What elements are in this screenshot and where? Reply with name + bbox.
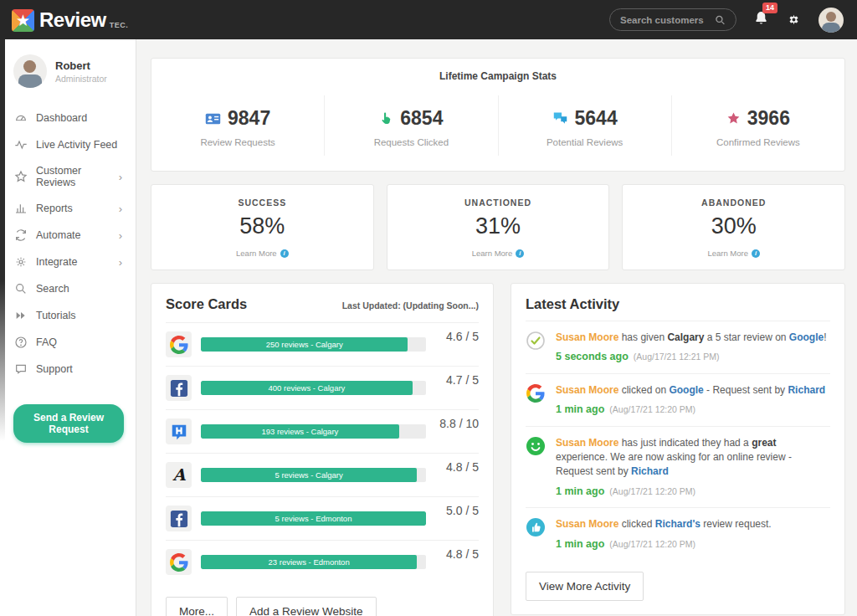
sidebar-item-integrate[interactable]: Integrate› <box>0 249 136 275</box>
activity-segment-link[interactable]: Richard's <box>655 518 700 530</box>
stat-value: 5644 <box>552 107 618 130</box>
app-logo[interactable]: ★ Review TEC. <box>12 8 128 33</box>
latest-activity-title: Latest Activity <box>526 296 619 312</box>
sidebar-menu: DashboardLive Activity FeedCustomer Revi… <box>0 101 136 386</box>
sidebar-item-label: Automate <box>36 229 81 241</box>
user-avatar[interactable] <box>819 8 844 33</box>
sidebar-item-customer-reviews[interactable]: Customer Reviews› <box>0 158 136 195</box>
sidebar-item-label: Live Activity Feed <box>36 139 117 151</box>
sidebar-item-label: FAQ <box>36 336 57 348</box>
sidebar-item-label: Tutorials <box>36 310 75 321</box>
kpi-label: UNACTIONED <box>396 198 601 208</box>
sidebar-item-label: Support <box>36 363 73 375</box>
stat-label: Confirmed Reviews <box>672 137 844 147</box>
kpi-card-unactioned: UNACTIONED31%Learn Morei <box>387 184 610 270</box>
activity-item: Susan Moore has given Calgary a 5 star r… <box>526 321 830 373</box>
settings-button[interactable] <box>786 12 802 28</box>
sidebar-item-tutorials[interactable]: Tutorials <box>0 302 136 329</box>
google-icon[interactable] <box>166 331 192 357</box>
sidebar-item-live-activity-feed[interactable]: Live Activity Feed <box>0 131 136 158</box>
activity-segment-link[interactable]: Google <box>789 331 824 343</box>
learn-more-link[interactable]: Learn Morei <box>472 249 525 258</box>
score-value: 4.8 / 5 <box>435 460 479 474</box>
bar-chart-icon <box>14 202 28 215</box>
activity-timestamp: (Aug/17/21 12:21 PM) <box>634 352 720 362</box>
stat-value: 6854 <box>379 107 443 130</box>
stat-label: Review Requests <box>151 137 324 147</box>
main-content: Lifetime Campaign Stats 9847Review Reque… <box>136 39 857 616</box>
activity-segment: ! <box>824 331 826 343</box>
kpi-value: 31% <box>396 213 601 239</box>
avatar-body <box>822 23 840 33</box>
brand-name: Review <box>39 8 106 33</box>
sidebar: Robert Administrator DashboardLive Activ… <box>0 39 136 616</box>
view-more-activity-button[interactable]: View More Activity <box>526 572 644 601</box>
kpi-card-success: SUCCESS58%Learn Morei <box>151 184 374 270</box>
click-circle-icon <box>526 517 546 537</box>
question-icon <box>14 336 28 349</box>
learn-more-link[interactable]: Learn Morei <box>707 249 760 258</box>
learn-more-link[interactable]: Learn Morei <box>236 249 289 258</box>
score-row: 400 reviews - Calgary4.7 / 5 <box>166 366 479 409</box>
activity-text: Susan Moore has just indicated they had … <box>556 436 830 500</box>
facebook-icon[interactable] <box>166 375 192 401</box>
homestars-icon[interactable] <box>166 418 192 444</box>
sidebar-item-automate[interactable]: Automate› <box>0 222 136 249</box>
activity-segment: a 5 star review on <box>704 331 788 343</box>
stat-value: 9847 <box>205 107 270 130</box>
score-cards-title: Score Cards <box>166 296 247 312</box>
score-row: 250 reviews - Calgary4.6 / 5 <box>166 322 479 366</box>
score-bar-track: 250 reviews - Calgary <box>201 337 426 352</box>
notification-badge: 14 <box>762 3 777 13</box>
sidebar-item-support[interactable]: Support <box>0 356 136 382</box>
score-bar-track: 193 reviews - Calgary <box>201 424 426 439</box>
search-input[interactable] <box>620 15 708 25</box>
stat-label: Requests Clicked <box>325 137 497 147</box>
sidebar-avatar <box>13 54 47 88</box>
more-button[interactable]: More... <box>166 597 228 616</box>
sidebar-user-card[interactable]: Robert Administrator <box>0 53 136 101</box>
kpi-value: 58% <box>160 213 365 239</box>
activity-segment: - Request sent by <box>704 384 788 396</box>
send-review-request-button[interactable]: Send a Review Request <box>13 404 124 443</box>
svg-text:A: A <box>172 466 186 485</box>
chevron-right-icon: › <box>119 229 126 242</box>
activity-segment-link[interactable]: Google <box>669 384 703 396</box>
sidebar-item-label: Search <box>36 283 69 295</box>
facebook-icon[interactable] <box>166 506 192 531</box>
logo-star-icon: ★ <box>12 9 34 32</box>
customer-search[interactable] <box>609 8 736 31</box>
brand-suffix: TEC. <box>110 21 129 29</box>
score-bar-track: 23 reviews - Edmonton <box>201 555 426 569</box>
site-a-icon[interactable]: A <box>166 462 192 488</box>
contact-card-icon <box>205 112 221 126</box>
sidebar-item-label: Dashboard <box>36 112 87 124</box>
activity-time-ago: 1 min ago <box>556 485 604 497</box>
activity-segment: has given <box>618 331 667 343</box>
stat-potential-reviews: 5644Potential Reviews <box>498 95 671 156</box>
activity-segment-link[interactable]: Richard <box>631 465 669 477</box>
notifications-button[interactable]: 14 <box>753 10 769 30</box>
sidebar-item-search[interactable]: Search <box>0 275 136 302</box>
score-bar: 250 reviews - Calgary <box>201 337 408 352</box>
top-bar: ★ Review TEC. 14 <box>0 0 857 39</box>
google-icon[interactable] <box>166 549 192 575</box>
chevron-right-icon: › <box>119 203 126 215</box>
score-row: 5 reviews - Edmonton5.0 / 5 <box>166 496 479 540</box>
sidebar-item-reports[interactable]: Reports› <box>0 195 136 222</box>
sidebar-item-dashboard[interactable]: Dashboard <box>0 105 136 131</box>
sidebar-item-label: Customer Reviews <box>36 165 110 188</box>
score-value: 8.8 / 10 <box>435 417 479 430</box>
activity-item: Susan Moore clicked Richard's review req… <box>526 507 830 560</box>
avatar-head <box>826 12 836 22</box>
activity-segment: Susan Moore <box>556 331 618 343</box>
score-row: A5 reviews - Calgary4.8 / 5 <box>166 453 479 496</box>
activity-text: Susan Moore has given Calgary a 5 star r… <box>556 331 827 365</box>
activity-timestamp: (Aug/17/21 12:20 PM) <box>609 404 695 414</box>
score-value: 4.7 / 5 <box>435 373 479 387</box>
activity-segment-link[interactable]: Richard <box>788 384 825 396</box>
stat-value: 3966 <box>726 107 790 130</box>
sidebar-item-faq[interactable]: FAQ <box>0 329 136 356</box>
add-review-website-button[interactable]: Add a Review Website <box>236 597 377 616</box>
chat-icon <box>14 362 28 376</box>
